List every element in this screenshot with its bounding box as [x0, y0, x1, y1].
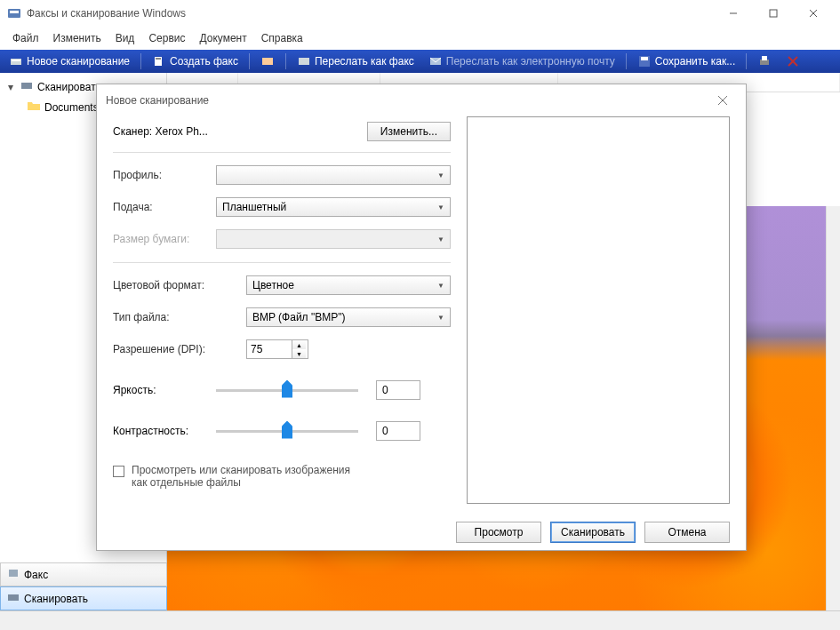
color-select[interactable]: Цветное ▼ [246, 275, 451, 295]
vertical-scrollbar[interactable] [826, 206, 840, 612]
dialog-close-button[interactable] [708, 90, 737, 111]
separate-files-label: Просмотреть или сканировать изображения … [132, 464, 363, 489]
scanner-label: Сканер: Xerox Ph... [113, 125, 367, 138]
contrast-label: Контрастность: [113, 425, 216, 437]
source-select[interactable]: Планшетный ▼ [216, 197, 451, 217]
tree-root-label: Сканировать [37, 81, 101, 93]
slider-thumb[interactable] [282, 421, 292, 439]
chevron-down-icon: ▼ [437, 203, 444, 211]
source-row: Подача: Планшетный ▼ [113, 197, 451, 217]
color-value: Цветное [252, 279, 294, 291]
svg-rect-21 [8, 594, 19, 601]
contrast-slider[interactable] [216, 430, 358, 433]
brightness-value[interactable]: 0 [376, 380, 420, 400]
preview-button[interactable]: Просмотр [456, 522, 541, 543]
forward-email-label: Переслать как электронную почту [446, 55, 615, 68]
window-title: Факсы и сканирование Windows [27, 7, 713, 20]
toolbar: Новое сканирование Создать факс Переслат… [0, 50, 840, 73]
brightness-label: Яркость: [113, 384, 216, 396]
maximize-button[interactable] [753, 0, 793, 27]
toolbar-separator [626, 53, 627, 69]
dialog-body: Сканер: Xerox Ph... Изменить... Профиль:… [97, 116, 746, 514]
svg-rect-3 [770, 10, 777, 17]
contrast-row: Контрастность: 0 [113, 421, 451, 441]
toolbar-forward-fax[interactable]: Переслать как факс [292, 52, 420, 70]
menu-view[interactable]: Вид [108, 28, 142, 48]
menu-file[interactable]: Файл [5, 28, 46, 48]
chevron-down-icon: ▼ [437, 171, 444, 179]
toolbar-new-scan[interactable]: Новое сканирование [4, 52, 135, 70]
toolbar-save-as[interactable]: Сохранить как... [632, 52, 740, 70]
source-label: Подача: [113, 201, 216, 213]
fax-small-icon [6, 566, 20, 583]
tab-scan[interactable]: Сканировать [0, 586, 167, 610]
toolbar-print[interactable] [752, 52, 777, 70]
dialog-titlebar: Новое сканирование [97, 84, 746, 116]
spin-down[interactable]: ▼ [292, 349, 306, 358]
source-value: Планшетный [222, 201, 286, 213]
profile-select[interactable]: ▼ [216, 165, 451, 185]
toolbar-separator [285, 53, 286, 69]
toolbar-delete[interactable] [780, 52, 805, 70]
svg-rect-16 [762, 56, 767, 60]
tree-folder-label: Documents [44, 101, 99, 114]
close-button[interactable] [793, 0, 833, 27]
chevron-down-icon: ▼ [437, 282, 444, 290]
forward-fax-label: Переслать как факс [315, 55, 414, 68]
toolbar-reply[interactable] [255, 52, 280, 70]
menu-edit[interactable]: Изменить [46, 28, 108, 48]
profile-row: Профиль: ▼ [113, 165, 451, 185]
scan-small-icon [6, 590, 20, 607]
color-row: Цветовой формат: Цветное ▼ [113, 275, 451, 295]
scan-button[interactable]: Сканировать [550, 522, 636, 543]
filetype-value: BMP (Файл "BMP") [252, 311, 345, 323]
folder-icon [27, 99, 41, 116]
tab-fax-label: Факс [24, 569, 48, 581]
menu-help[interactable]: Справка [254, 28, 310, 48]
collapse-icon[interactable]: ▾ [5, 81, 16, 93]
menu-tools[interactable]: Сервис [141, 28, 192, 48]
tab-fax[interactable]: Факс [0, 562, 167, 586]
create-fax-label: Создать факс [170, 55, 238, 68]
spin-up[interactable]: ▲ [292, 340, 306, 349]
cancel-button[interactable]: Отмена [644, 522, 730, 543]
resolution-input[interactable] [247, 340, 292, 358]
scanner-small-icon [20, 78, 34, 95]
statusbar [0, 610, 840, 630]
paper-label: Размер бумаги: [113, 233, 216, 245]
slider-thumb[interactable] [282, 380, 292, 398]
svg-rect-7 [12, 60, 20, 61]
scan-preview-box [467, 116, 730, 504]
toolbar-create-fax[interactable]: Создать факс [147, 52, 244, 70]
contrast-value[interactable]: 0 [376, 421, 420, 441]
color-label: Цветовой формат: [113, 279, 246, 291]
svg-rect-10 [262, 58, 273, 65]
dialog-preview [467, 116, 730, 504]
window-controls [713, 0, 833, 27]
separate-files-checkbox[interactable] [113, 466, 124, 477]
app-icon [7, 6, 21, 20]
toolbar-forward-email[interactable]: Переслать как электронную почту [423, 52, 620, 70]
chevron-down-icon: ▼ [437, 314, 444, 322]
section-divider [113, 249, 451, 263]
menu-document[interactable]: Документ [192, 28, 253, 48]
brightness-slider[interactable] [216, 389, 358, 392]
paper-select: ▼ [216, 229, 451, 249]
email-icon [428, 54, 443, 68]
change-scanner-button[interactable]: Изменить... [367, 122, 451, 141]
filetype-row: Тип файла: BMP (Файл "BMP") ▼ [113, 307, 451, 327]
toolbar-separator [249, 53, 250, 69]
minimize-button[interactable] [713, 0, 753, 27]
svg-rect-11 [299, 58, 309, 65]
scanner-icon [9, 54, 23, 68]
resolution-spinner[interactable]: ▲ ▼ [246, 339, 308, 359]
svg-rect-19 [21, 83, 32, 89]
separate-files-row: Просмотреть или сканировать изображения … [113, 464, 451, 489]
filetype-select[interactable]: BMP (Файл "BMP") ▼ [246, 307, 451, 327]
chevron-down-icon: ▼ [437, 235, 444, 243]
resolution-row: Разрешение (DPI): ▲ ▼ [113, 339, 451, 359]
spin-buttons: ▲ ▼ [292, 340, 306, 358]
forward-fax-icon [297, 54, 311, 68]
dialog-title-label: Новое сканирование [106, 94, 209, 107]
save-icon [637, 54, 652, 68]
